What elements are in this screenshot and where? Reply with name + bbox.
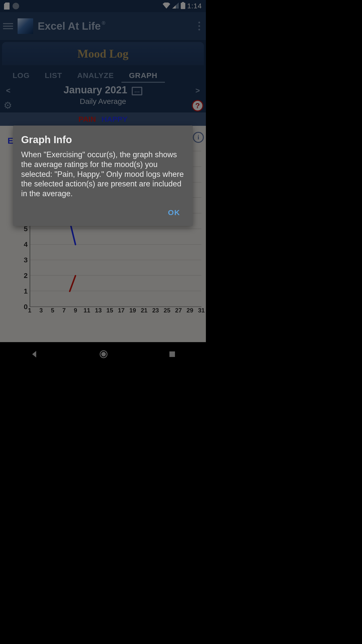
dialog-body: When "Exercising" occur(s), the graph sh… bbox=[21, 150, 185, 199]
dialog-title: Graph Info bbox=[21, 134, 185, 145]
graph-info-dialog: Graph Info When "Exercising" occur(s), t… bbox=[13, 126, 193, 226]
dialog-ok-button[interactable]: OK bbox=[163, 206, 185, 219]
